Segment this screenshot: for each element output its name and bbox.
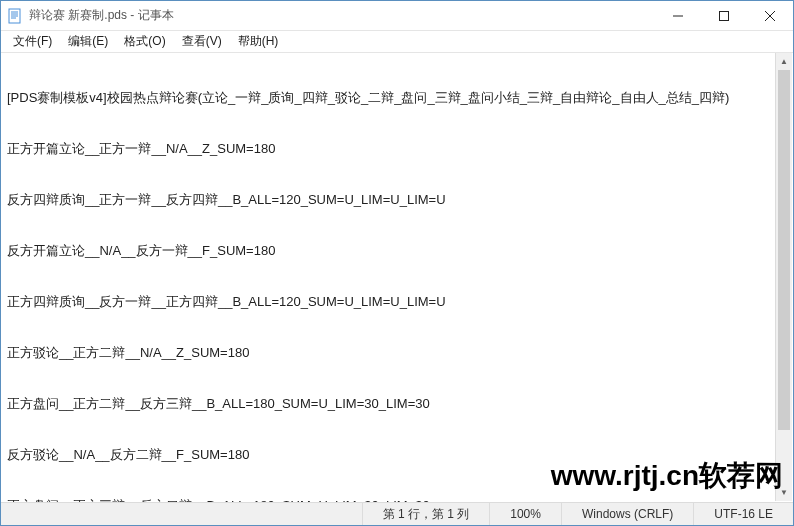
status-encoding: UTF-16 LE: [693, 503, 793, 525]
statusbar: 第 1 行，第 1 列 100% Windows (CRLF) UTF-16 L…: [1, 502, 793, 525]
svg-rect-6: [720, 11, 729, 20]
text-line: 反方开篇立论__N/A__反方一辩__F_SUM=180: [7, 242, 787, 259]
menu-format[interactable]: 格式(O): [118, 31, 171, 52]
text-line: 正方驳论__正方二辩__N/A__Z_SUM=180: [7, 344, 787, 361]
maximize-button[interactable]: [701, 1, 747, 30]
menu-file[interactable]: 文件(F): [7, 31, 58, 52]
menu-edit[interactable]: 编辑(E): [62, 31, 114, 52]
text-line: 正方盘问__正方二辩__反方三辩__B_ALL=180_SUM=U_LIM=30…: [7, 395, 787, 412]
window-title: 辩论赛 新赛制.pds - 记事本: [29, 7, 655, 24]
text-line: 正方开篇立论__正方一辩__N/A__Z_SUM=180: [7, 140, 787, 157]
text-area[interactable]: [PDS赛制模板v4]校园热点辩论赛(立论_一辩_质询_四辩_驳论_二辩_盘问_…: [1, 53, 793, 502]
text-line: 反方四辩质询__正方一辩__反方四辩__B_ALL=120_SUM=U_LIM=…: [7, 191, 787, 208]
titlebar[interactable]: 辩论赛 新赛制.pds - 记事本: [1, 1, 793, 31]
notepad-window: 辩论赛 新赛制.pds - 记事本 文件(F) 编辑(E) 格式(O) 查看(V…: [0, 0, 794, 526]
watermark-text: www.rjtj.cn软荐网: [551, 457, 783, 495]
menu-view[interactable]: 查看(V): [176, 31, 228, 52]
scroll-up-arrow-icon[interactable]: ▲: [776, 53, 792, 70]
window-controls: [655, 1, 793, 30]
vertical-scrollbar[interactable]: ▲ ▼: [775, 53, 792, 501]
text-line: [PDS赛制模板v4]校园热点辩论赛(立论_一辩_质询_四辩_驳论_二辩_盘问_…: [7, 89, 787, 106]
status-line-ending: Windows (CRLF): [561, 503, 693, 525]
text-line: 正方四辩质询__反方一辩__正方四辩__B_ALL=120_SUM=U_LIM=…: [7, 293, 787, 310]
status-zoom: 100%: [489, 503, 561, 525]
app-icon: [7, 8, 23, 24]
status-cursor-position: 第 1 行，第 1 列: [362, 503, 490, 525]
text-line: 正方盘问__正方三辩__反方二辩__B_ALL=180_SUM=U_LIM=30…: [7, 497, 787, 502]
scrollbar-thumb[interactable]: [778, 70, 790, 430]
menu-help[interactable]: 帮助(H): [232, 31, 285, 52]
close-button[interactable]: [747, 1, 793, 30]
menubar: 文件(F) 编辑(E) 格式(O) 查看(V) 帮助(H): [1, 31, 793, 53]
minimize-button[interactable]: [655, 1, 701, 30]
